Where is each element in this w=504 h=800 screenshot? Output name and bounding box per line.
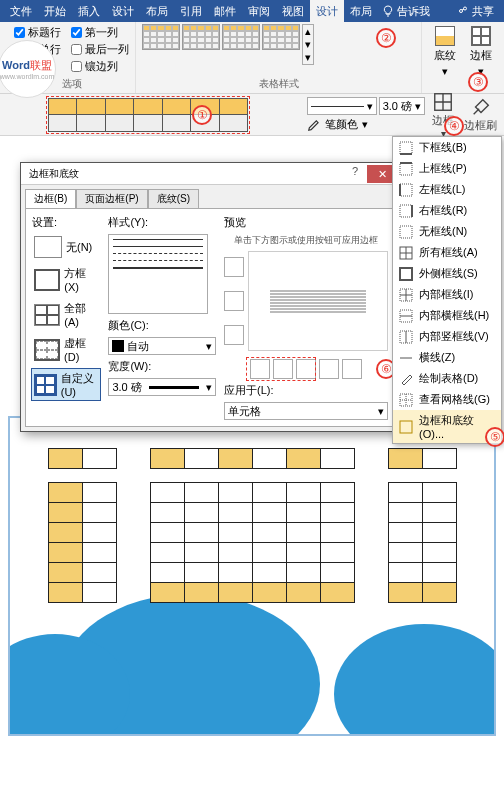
annotation-4: ④ bbox=[444, 116, 464, 136]
selected-table-preview bbox=[48, 98, 248, 132]
tab-mail[interactable]: 邮件 bbox=[208, 0, 242, 22]
pv-mid-btn[interactable] bbox=[224, 291, 244, 311]
dialog-title: 边框和底纹 bbox=[23, 167, 85, 181]
annotation-2: ② bbox=[376, 28, 396, 48]
mi-bottom-border[interactable]: 下框线(B) bbox=[393, 137, 501, 158]
borders-icon bbox=[471, 26, 491, 46]
label-apply: 应用于(L): bbox=[224, 383, 388, 398]
borders-menu: 下框线(B) 上框线(P) 左框线(L) 右框线(R) 无框线(N) 所有框线(… bbox=[392, 136, 502, 444]
label-color: 颜色(C): bbox=[108, 318, 216, 333]
chevron-down-icon: ▾ bbox=[442, 65, 448, 78]
bulb-icon bbox=[382, 5, 394, 17]
dlg-tab-page[interactable]: 页面边框(P) bbox=[76, 189, 147, 208]
label-setting: 设置: bbox=[32, 215, 100, 230]
label-width: 宽度(W): bbox=[108, 359, 216, 374]
width-dropdown[interactable]: 3.0 磅▾ bbox=[108, 378, 216, 396]
pen-icon bbox=[307, 118, 321, 132]
border-painter-button[interactable]: 边框刷 bbox=[461, 96, 500, 133]
tab-file[interactable]: 文件 bbox=[4, 0, 38, 22]
tab-table-layout[interactable]: 布局 bbox=[344, 0, 378, 22]
gallery-more-icon[interactable]: ▾ bbox=[303, 51, 313, 64]
pv-bot-btn[interactable] bbox=[224, 325, 244, 345]
svg-rect-5 bbox=[400, 163, 412, 175]
svg-rect-19 bbox=[400, 421, 412, 433]
pen-color-label: 笔颜色 bbox=[325, 117, 358, 132]
mi-outside-borders[interactable]: 外侧框线(S) bbox=[393, 263, 501, 284]
color-dropdown[interactable]: 自动▾ bbox=[108, 337, 216, 355]
bucket-icon bbox=[435, 26, 455, 46]
borders-shading-dialog: 边框和底纹 ? ✕ 边框(B) 页面边框(P) 底纹(S) 设置: 无(N) 方… bbox=[20, 162, 400, 432]
border-style-dropdown[interactable]: ▾ bbox=[307, 97, 377, 115]
result-preview bbox=[8, 416, 496, 736]
tab-design[interactable]: 设计 bbox=[106, 0, 140, 22]
tab-insert[interactable]: 插入 bbox=[72, 0, 106, 22]
border-weight-dropdown[interactable]: 3.0 磅 ▾ bbox=[379, 97, 425, 115]
preview-pane bbox=[248, 251, 388, 351]
help-button[interactable]: ? bbox=[343, 165, 367, 183]
annotation-3: ③ bbox=[468, 72, 488, 92]
tab-table-design[interactable]: 设计 bbox=[310, 0, 344, 22]
tab-ref[interactable]: 引用 bbox=[174, 0, 208, 22]
ribbon: Word联盟 www.wordlm.com 标题行 汇总行 镶行 第一列 最后一… bbox=[0, 22, 504, 94]
group-label-styles: 表格样式 bbox=[142, 77, 415, 91]
ribbon-tabs: 文件 开始 插入 设计 布局 引用 邮件 审阅 视图 设计 布局 告诉我 共享 bbox=[0, 0, 504, 22]
label-preview: 预览 bbox=[224, 215, 388, 230]
tab-view[interactable]: 视图 bbox=[276, 0, 310, 22]
svg-rect-13 bbox=[400, 268, 412, 280]
tab-layout[interactable]: 布局 bbox=[140, 0, 174, 22]
chk-first-col[interactable]: 第一列 bbox=[71, 24, 129, 41]
tell-me[interactable]: 告诉我 bbox=[378, 4, 434, 19]
style-gallery[interactable]: ▴ ▾ ▾ bbox=[142, 24, 415, 65]
chk-banded-col[interactable]: 镶边列 bbox=[71, 58, 129, 75]
annotation-1: ① bbox=[192, 105, 212, 125]
pv-right-btn[interactable] bbox=[319, 359, 339, 379]
chk-header-row[interactable]: 标题行 bbox=[14, 24, 61, 41]
mi-inside-v[interactable]: 内部竖框线(V) bbox=[393, 326, 501, 347]
tab-home[interactable]: 开始 bbox=[38, 0, 72, 22]
mi-inside-h[interactable]: 内部横框线(H) bbox=[393, 305, 501, 326]
dlg-tab-shading[interactable]: 底纹(S) bbox=[148, 189, 199, 208]
preset-custom[interactable]: 自定义(U) bbox=[32, 369, 100, 400]
brush-icon bbox=[470, 96, 492, 118]
preset-box[interactable]: 方框(X) bbox=[32, 264, 100, 295]
mi-draw-table[interactable]: 绘制表格(D) bbox=[393, 368, 501, 389]
style-list[interactable] bbox=[108, 234, 208, 314]
mi-top-border[interactable]: 上框线(P) bbox=[393, 158, 501, 179]
border-toolbar: ① ▾ 3.0 磅 ▾ 笔颜色▾ 边框▾ 边框刷 ④ bbox=[0, 94, 504, 136]
borders-icon bbox=[432, 91, 454, 113]
pv-diag2-btn[interactable] bbox=[342, 359, 362, 379]
share-icon bbox=[457, 5, 469, 17]
chk-last-col[interactable]: 最后一列 bbox=[71, 41, 129, 58]
gallery-up-icon[interactable]: ▴ bbox=[303, 25, 313, 38]
pv-top-btn[interactable] bbox=[224, 257, 244, 277]
preset-all[interactable]: 全部(A) bbox=[32, 299, 100, 330]
svg-rect-9 bbox=[400, 205, 412, 217]
group-borders: 底纹▾ 边框▾ bbox=[422, 22, 504, 93]
mi-horizontal-line[interactable]: 横线(Z) bbox=[393, 347, 501, 368]
svg-rect-11 bbox=[400, 226, 412, 238]
result-table bbox=[28, 448, 476, 603]
tab-review[interactable]: 审阅 bbox=[242, 0, 276, 22]
shading-button[interactable]: 底纹▾ bbox=[428, 24, 462, 80]
mi-right-border[interactable]: 右框线(R) bbox=[393, 200, 501, 221]
chevron-down-icon[interactable]: ▾ bbox=[362, 118, 368, 131]
share-button[interactable]: 共享 bbox=[451, 4, 500, 19]
mi-inside-borders[interactable]: 内部框线(I) bbox=[393, 284, 501, 305]
annotation-5: ⑤ bbox=[485, 427, 504, 447]
mi-no-border[interactable]: 无框线(N) bbox=[393, 221, 501, 242]
svg-rect-7 bbox=[400, 184, 412, 196]
preview-hint: 单击下方图示或使用按钮可应用边框 bbox=[224, 234, 388, 247]
svg-rect-3 bbox=[400, 142, 412, 154]
logo-watermark: Word联盟 www.wordlm.com bbox=[0, 40, 56, 98]
label-style: 样式(Y): bbox=[108, 215, 216, 230]
dlg-tab-border[interactable]: 边框(B) bbox=[25, 189, 76, 208]
mi-all-borders[interactable]: 所有框线(A) bbox=[393, 242, 501, 263]
mi-left-border[interactable]: 左框线(L) bbox=[393, 179, 501, 200]
preset-grid[interactable]: 虚框(D) bbox=[32, 334, 100, 365]
gallery-down-icon[interactable]: ▾ bbox=[303, 38, 313, 51]
mi-view-gridlines[interactable]: 查看网格线(G) bbox=[393, 389, 501, 410]
apply-to-dropdown[interactable]: 单元格▾ bbox=[224, 402, 388, 420]
preset-none[interactable]: 无(N) bbox=[32, 234, 100, 260]
